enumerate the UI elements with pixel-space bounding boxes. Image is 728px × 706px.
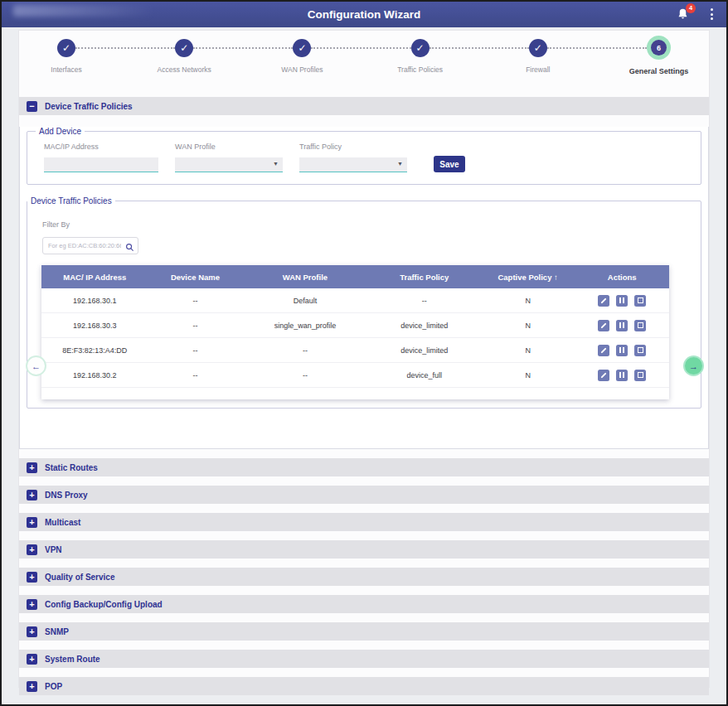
chevron-down-icon: ▼ [397,161,403,167]
device-traffic-policies-panel: Add Device MAC/IP Address WAN Profile ▼ … [19,127,709,449]
device-table-fieldset: Device Traffic Policies Filter By MAC/ I… [27,196,701,409]
section-quality-of-service[interactable]: + Quality of Service [19,568,709,586]
cell-wan-profile: -- [242,371,367,380]
section-multicast[interactable]: + Multicast [19,513,709,531]
block-device-button[interactable] [634,370,646,381]
section-pop[interactable]: + POP [19,677,709,695]
pause-device-button[interactable] [616,345,628,356]
step-access-networks[interactable]: ✓ Access Networks [175,39,193,57]
blurred-logo [13,5,154,17]
arrow-left-icon: ← [32,361,41,371]
pause-device-button[interactable] [616,320,628,331]
pause-icon [619,347,624,353]
step-interfaces[interactable]: ✓ Interfaces [57,39,75,57]
row-actions [575,370,669,381]
edit-device-button[interactable] [598,345,609,356]
section-snmp[interactable]: + SNMP [19,622,709,641]
section-vpn[interactable]: + VPN [19,540,709,559]
edit-icon [601,297,607,303]
step-connector [193,47,293,49]
step-firewall[interactable]: ✓ Firewall [529,39,547,57]
cell-mac-ip: 8E:F3:82:13:A4:DD [41,346,148,355]
cell-device-name: -- [148,297,243,305]
col-device-name[interactable]: Device Name [148,273,243,282]
step-general-settings[interactable]: 6 General Settings [647,36,671,60]
section-title: Multicast [45,518,80,527]
filter-by-label: Filter By [42,220,70,229]
cell-mac-ip: 192.168.30.1 [41,297,148,305]
expand-icon[interactable]: + [27,490,37,500]
section-title: VPN [45,545,62,554]
block-device-button[interactable] [634,295,646,307]
block-device-button[interactable] [634,345,646,356]
chevron-down-icon: ▼ [273,161,279,167]
pause-device-button[interactable] [616,295,628,307]
edit-icon [601,322,607,328]
step-connector [75,47,175,49]
section-device-traffic-policies[interactable]: − Device Traffic Policies [19,97,709,115]
expand-icon[interactable]: + [27,654,37,665]
pause-icon [619,297,624,303]
edit-device-button[interactable] [598,295,609,307]
expand-icon[interactable]: + [27,681,37,692]
step-traffic-policies[interactable]: ✓ Traffic Policies [411,39,430,57]
stop-icon [638,297,643,303]
expand-icon[interactable]: + [27,599,37,610]
kebab-icon [711,8,713,11]
check-icon: ✓ [175,39,193,57]
expand-icon[interactable]: + [27,626,37,637]
cell-captive-policy: N [481,371,575,380]
step-label: WAN Profiles [281,65,323,74]
next-page-button[interactable]: → [683,355,704,376]
col-captive-policy[interactable]: Captive Policy ↑ [481,273,575,282]
step-label: Firewall [526,65,550,74]
wan-profile-select[interactable]: ▼ [175,157,283,172]
cell-wan-profile: single_wan_profile [242,322,367,330]
section-title: Quality of Service [45,573,114,582]
overflow-menu-button[interactable] [707,8,716,22]
col-traffic-policy[interactable]: Traffic Policy [368,273,481,282]
pause-icon [619,322,624,328]
edit-icon [601,347,607,353]
expand-icon[interactable]: + [27,572,37,583]
traffic-policy-select[interactable]: ▼ [299,157,407,172]
step-connector [547,47,647,49]
search-icon[interactable] [125,240,134,255]
step-wan-profiles[interactable]: ✓ WAN Profiles [293,39,311,57]
prev-page-button[interactable]: ← [26,355,46,376]
collapse-icon[interactable]: − [27,101,37,112]
cell-traffic-policy: device_full [368,371,481,380]
edit-device-button[interactable] [598,320,609,331]
section-system-route[interactable]: + System Route [19,650,709,668]
section-static-routes[interactable]: + Static Routes [19,458,709,476]
edit-device-button[interactable] [598,370,609,381]
block-device-button[interactable] [634,320,646,331]
mac-ip-input[interactable] [44,157,158,172]
row-actions [575,320,669,331]
expand-icon[interactable]: + [27,517,37,528]
expand-icon[interactable]: + [27,462,37,473]
col-wan-profile[interactable]: WAN Profile [242,273,367,282]
cell-traffic-policy: device_limited [368,346,481,355]
section-title: POP [45,682,62,691]
pause-icon [619,372,624,378]
notifications-button[interactable]: 4 [677,7,690,22]
table-row: 8E:F3:82:13:A4:DD -- -- device_limited N [41,338,669,363]
filter-input[interactable] [42,237,138,254]
section-dns-proxy[interactable]: + DNS Proxy [19,486,709,504]
step-label: General Settings [629,67,689,75]
pause-device-button[interactable] [616,370,628,381]
add-device-legend: Add Device [36,127,85,136]
check-icon: ✓ [529,39,547,57]
col-mac-ip[interactable]: MAC/ IP Address [41,273,148,282]
notification-badge: 4 [686,3,696,13]
save-button[interactable]: Save [434,156,465,172]
section-title: System Route [45,655,100,664]
table-header-row: MAC/ IP Address Device Name WAN Profile … [41,265,669,288]
wan-profile-label: WAN Profile [175,143,283,151]
cell-device-name: -- [148,346,243,355]
expand-icon[interactable]: + [27,544,37,555]
section-config-backup-upload[interactable]: + Config Backup/Config Upload [19,595,709,613]
cell-traffic-policy: device_limited [368,322,481,330]
row-actions [575,295,669,307]
